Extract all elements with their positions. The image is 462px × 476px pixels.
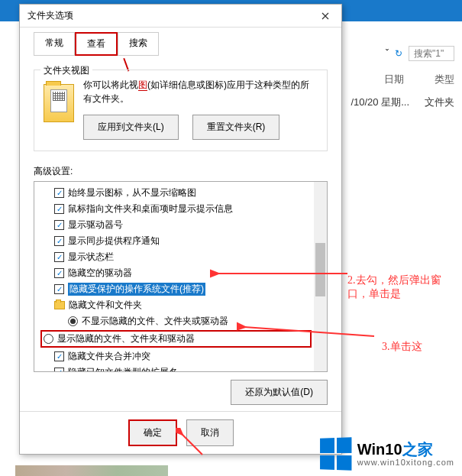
- adv-item-1[interactable]: ✓鼠标指向文件夹和桌面项时显示提示信息: [40, 201, 312, 217]
- ok-button[interactable]: 确定: [128, 419, 177, 446]
- folder-options-dialog: 文件夹选项 常规 查看 搜索 文件夹视图 你可以将此视图(如详细信息或图标)应用…: [19, 4, 342, 455]
- adv-item-label: 隐藏已知文件类型的扩展名: [68, 366, 178, 372]
- adv-item-7[interactable]: 隐藏文件和文件夹: [40, 297, 312, 313]
- tab-view[interactable]: 查看: [75, 32, 118, 56]
- folder-view-group: 文件夹视图 你可以将此视图(如详细信息或图标)应用于这种类型的所有文件夹。 应用…: [34, 70, 328, 151]
- checkbox[interactable]: ✓: [54, 204, 64, 214]
- adv-item-6[interactable]: ✓隐藏受保护的操作系统文件(推荐): [40, 281, 312, 297]
- tab-strip: 常规 查看 搜索: [20, 28, 341, 56]
- dialog-title: 文件夹选项: [27, 9, 73, 22]
- adv-item-9[interactable]: 显示隐藏的文件、文件夹和驱动器: [40, 330, 312, 348]
- adv-item-label: 隐藏文件和文件夹: [69, 299, 142, 312]
- radio[interactable]: [44, 334, 53, 344]
- adv-item-label: 始终显示图标，从不显示缩略图: [68, 186, 196, 199]
- adv-item-label: 隐藏文件夹合并冲突: [68, 350, 150, 363]
- adv-item-8[interactable]: 不显示隐藏的文件、文件夹或驱动器: [40, 313, 312, 329]
- radio[interactable]: [68, 316, 78, 326]
- bg-toolbar: ˇ ↻: [386, 46, 454, 61]
- annotation-2: 2.去勾，然后弹出窗口，单击是: [347, 274, 462, 301]
- type-cell: 文件夹: [425, 96, 454, 109]
- checkbox[interactable]: ✓: [54, 284, 64, 294]
- refresh-icon[interactable]: ↻: [395, 48, 402, 59]
- adv-item-label: 隐藏受保护的操作系统文件(推荐): [68, 283, 205, 296]
- scrollbar[interactable]: [314, 182, 327, 371]
- checkbox[interactable]: ✓: [54, 236, 64, 246]
- adv-item-label: 显示隐藏的文件、文件夹和驱动器: [57, 332, 195, 345]
- adv-item-10[interactable]: ✓隐藏文件夹合并冲突: [40, 348, 312, 364]
- checkbox[interactable]: ✓: [54, 268, 64, 278]
- checkbox[interactable]: ✓: [54, 220, 64, 230]
- adv-item-3[interactable]: ✓显示同步提供程序通知: [40, 233, 312, 249]
- adv-item-4[interactable]: ✓显示状态栏: [40, 249, 312, 265]
- date-cell: /10/20 星期...: [351, 96, 409, 109]
- close-button[interactable]: [314, 8, 337, 24]
- decoration: [15, 465, 168, 476]
- annotation-3: 3.单击这: [382, 340, 422, 354]
- watermark-url: www.win10xitong.com: [357, 458, 454, 467]
- scrollbar-thumb[interactable]: [315, 243, 325, 296]
- restore-defaults-button[interactable]: 还原为默认值(D): [231, 380, 328, 405]
- tab-search[interactable]: 搜索: [118, 32, 159, 56]
- cancel-button[interactable]: 取消: [186, 419, 234, 446]
- col-type[interactable]: 类型: [435, 73, 454, 86]
- adv-item-label: 鼠标指向文件夹和桌面项时显示提示信息: [68, 202, 233, 215]
- adv-item-label: 显示状态栏: [68, 251, 114, 264]
- windows-logo-icon: [320, 437, 351, 471]
- adv-item-label: 显示同步提供程序通知: [68, 235, 160, 248]
- adv-item-0[interactable]: ✓始终显示图标，从不显示缩略图: [40, 185, 312, 201]
- search-input[interactable]: [409, 46, 454, 61]
- folder-icon: [44, 84, 74, 122]
- adv-item-11[interactable]: ✓隐藏已知文件类型的扩展名: [40, 364, 312, 372]
- checkbox[interactable]: ✓: [54, 368, 64, 372]
- adv-item-2[interactable]: ✓显示驱动器号: [40, 217, 312, 233]
- tab-general[interactable]: 常规: [34, 32, 75, 56]
- adv-item-5[interactable]: ✓隐藏空的驱动器: [40, 265, 312, 281]
- apply-to-folders-button[interactable]: 应用到文件夹(L): [83, 115, 179, 140]
- group-description: 你可以将此视图(如详细信息或图标)应用于这种类型的所有文件夹。: [83, 78, 318, 105]
- titlebar: 文件夹选项: [20, 5, 341, 28]
- advanced-label: 高级设置:: [34, 165, 328, 178]
- watermark: Win10之家 www.win10xitong.com: [319, 438, 454, 470]
- folder-icon: [54, 301, 65, 309]
- checkbox[interactable]: ✓: [54, 351, 64, 361]
- adv-item-label: 显示驱动器号: [68, 219, 123, 232]
- reset-folders-button[interactable]: 重置文件夹(R): [192, 115, 280, 140]
- adv-item-label: 隐藏空的驱动器: [68, 267, 132, 280]
- group-label: 文件夹视图: [40, 64, 92, 77]
- close-icon: [321, 12, 329, 20]
- advanced-settings-list[interactable]: ✓始终显示图标，从不显示缩略图✓鼠标指向文件夹和桌面项时显示提示信息✓显示驱动器…: [34, 181, 328, 372]
- chevron-down-icon[interactable]: ˇ: [386, 48, 389, 59]
- checkbox[interactable]: ✓: [54, 188, 64, 198]
- adv-item-label: 不显示隐藏的文件、文件夹或驱动器: [82, 315, 228, 328]
- checkbox[interactable]: ✓: [54, 252, 64, 262]
- col-date[interactable]: 日期: [384, 73, 404, 86]
